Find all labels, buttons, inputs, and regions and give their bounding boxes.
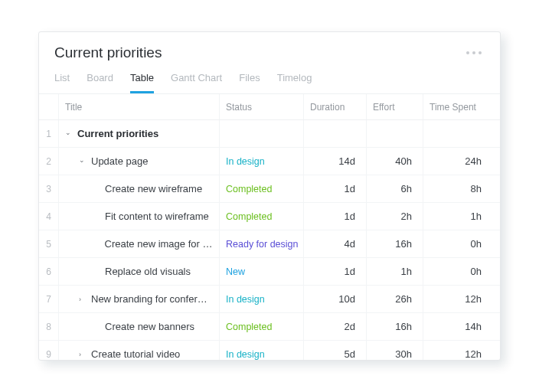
row-effort: 1h — [367, 258, 423, 285]
row-time_spent: 14h — [423, 313, 492, 340]
priorities-card: Current priorities ListBoardTableGantt C… — [38, 31, 501, 361]
table-row[interactable]: 5Create new image for p…Ready for design… — [39, 230, 500, 258]
row-number: 8 — [39, 313, 59, 340]
row-title-cell: ›Create tutorial video — [59, 341, 220, 360]
row-status: Completed — [220, 175, 304, 202]
col-effort: Effort — [367, 94, 423, 119]
row-effort — [367, 120, 423, 147]
tab-timelog[interactable]: Timelog — [277, 72, 312, 93]
table-row[interactable]: 6Replace old visualsNew1d1h0h — [39, 258, 500, 286]
row-status: In design — [220, 341, 304, 360]
col-title: Title — [59, 94, 220, 119]
row-duration: 2d — [304, 313, 367, 340]
row-status: Completed — [220, 313, 304, 340]
row-title-cell: Create new banners — [59, 313, 220, 340]
row-title: Create tutorial video — [91, 348, 180, 360]
row-time_spent — [423, 120, 492, 147]
chevron-right-icon[interactable]: › — [79, 351, 87, 358]
row-effort: 16h — [367, 230, 423, 257]
row-status: Completed — [220, 203, 304, 230]
row-status: Ready for design — [220, 230, 304, 257]
row-effort: 2h — [367, 203, 423, 230]
table-row[interactable]: 8Create new bannersCompleted2d16h14h — [39, 313, 500, 341]
table-row[interactable]: 1⌄Current priorities — [39, 120, 500, 148]
row-title: New branding for confer… — [91, 293, 207, 305]
chevron-right-icon[interactable]: › — [79, 296, 87, 303]
row-number: 9 — [39, 341, 59, 360]
row-time_spent: 12h — [423, 341, 492, 360]
col-status: Status — [220, 94, 304, 119]
tab-board[interactable]: Board — [87, 72, 113, 93]
row-title: Create new image for p… — [105, 238, 213, 250]
card-header: Current priorities ListBoardTableGantt C… — [39, 32, 500, 93]
row-duration: 1d — [304, 258, 367, 285]
row-duration — [304, 120, 367, 147]
tab-files[interactable]: Files — [239, 72, 260, 93]
col-duration: Duration — [304, 94, 367, 119]
chevron-down-icon[interactable]: ⌄ — [65, 129, 73, 136]
row-duration: 1d — [304, 203, 367, 230]
row-duration: 4d — [304, 230, 367, 257]
chevron-down-icon[interactable]: ⌄ — [79, 156, 87, 164]
col-rownum — [39, 94, 59, 119]
row-time_spent: 24h — [423, 148, 492, 175]
row-title-cell: Fit content to wireframe — [59, 203, 220, 230]
table-header: Title Status Duration Effort Time Spent — [39, 94, 500, 120]
row-title-cell: Create new image for p… — [59, 230, 220, 257]
row-effort: 26h — [367, 286, 423, 312]
row-number: 4 — [39, 203, 59, 230]
priorities-table: Title Status Duration Effort Time Spent … — [39, 93, 500, 360]
row-title: Fit content to wireframe — [105, 211, 209, 222]
row-effort: 16h — [367, 313, 423, 340]
more-icon[interactable] — [463, 48, 485, 57]
row-duration: 10d — [304, 286, 367, 312]
row-time_spent: 12h — [423, 286, 492, 312]
row-effort: 6h — [367, 175, 423, 202]
table-row[interactable]: 3Create new wireframeCompleted1d6h8h — [39, 175, 500, 203]
table-body: 1⌄Current priorities2⌄Update pageIn desi… — [39, 120, 500, 360]
row-title: Create new banners — [105, 321, 194, 332]
table-row[interactable]: 7›New branding for confer…In design10d26… — [39, 286, 500, 313]
row-status: New — [220, 258, 304, 285]
row-title: Update page — [91, 155, 148, 167]
row-time_spent: 8h — [423, 175, 492, 202]
row-time_spent: 0h — [423, 258, 492, 285]
tab-list[interactable]: List — [54, 72, 70, 93]
row-number: 3 — [39, 175, 59, 202]
table-row[interactable]: 9›Create tutorial videoIn design5d30h12h — [39, 341, 500, 360]
row-title-cell: ›New branding for confer… — [59, 286, 220, 312]
row-title-cell: Create new wireframe — [59, 175, 220, 202]
row-title: Current priorities — [77, 128, 158, 139]
row-status — [220, 120, 304, 147]
table-row[interactable]: 2⌄Update pageIn design14d40h24h — [39, 148, 500, 175]
row-number: 2 — [39, 148, 59, 175]
tab-table[interactable]: Table — [130, 72, 154, 93]
row-duration: 1d — [304, 175, 367, 202]
row-title-cell: ⌄Update page — [59, 148, 220, 175]
tab-gantt-chart[interactable]: Gantt Chart — [171, 72, 222, 93]
row-number: 1 — [39, 120, 59, 147]
row-effort: 40h — [367, 148, 423, 175]
row-number: 5 — [39, 230, 59, 257]
row-time_spent: 0h — [423, 230, 492, 257]
row-duration: 14d — [304, 148, 367, 175]
row-number: 6 — [39, 258, 59, 285]
row-time_spent: 1h — [423, 203, 492, 230]
col-timespent: Time Spent — [423, 94, 492, 119]
row-duration: 5d — [304, 341, 367, 360]
table-row[interactable]: 4Fit content to wireframeCompleted1d2h1h — [39, 203, 500, 230]
row-title-cell: Replace old visuals — [59, 258, 220, 285]
page-title: Current priorities — [54, 44, 162, 61]
row-status: In design — [220, 148, 304, 175]
row-title: Replace old visuals — [105, 266, 191, 277]
row-effort: 30h — [367, 341, 423, 360]
row-title: Create new wireframe — [105, 183, 202, 194]
row-status: In design — [220, 286, 304, 312]
row-number: 7 — [39, 286, 59, 312]
view-tabs: ListBoardTableGantt ChartFilesTimelog — [54, 72, 485, 93]
row-title-cell: ⌄Current priorities — [59, 120, 220, 147]
